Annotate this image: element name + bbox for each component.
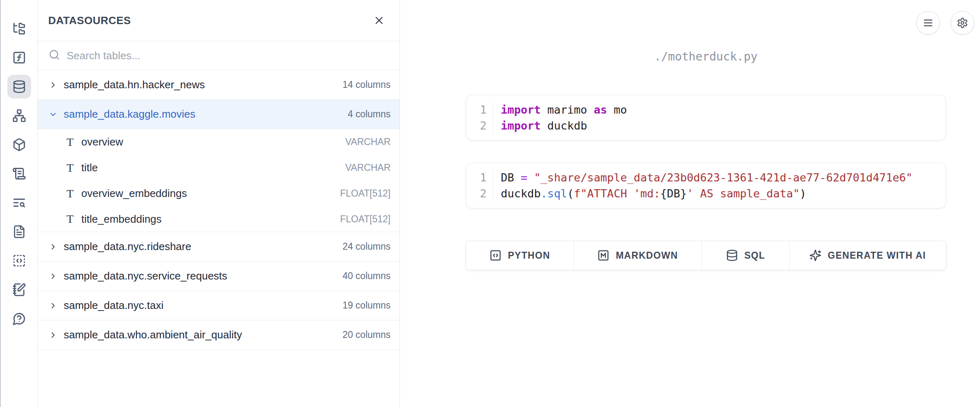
search-icon-wrap <box>49 49 60 62</box>
sidebar-item-help[interactable] <box>7 307 31 331</box>
chevron-right-icon <box>49 242 58 251</box>
column-count: 14 columns <box>342 79 391 90</box>
column-row[interactable]: Toverview_embeddingsFLOAT[512] <box>38 181 400 206</box>
column-count: 24 columns <box>342 241 391 252</box>
sidebar-item-notebook[interactable] <box>7 278 31 302</box>
code-token: "_share/sample_data/23b0d623-1361-421d-a… <box>534 171 913 184</box>
add-cell-button-label: PYTHON <box>508 250 550 261</box>
line-number-gutter: 12 <box>466 102 493 134</box>
code-line: DB = "_share/sample_data/23b0d623-1361-4… <box>501 170 913 186</box>
table-row[interactable]: sample_data.nyc.service_requests40 colum… <box>38 262 400 291</box>
table-name: sample_data.hn.hacker_news <box>64 78 205 91</box>
column-type: FLOAT[512] <box>340 188 391 199</box>
text-search-icon <box>12 196 26 210</box>
code-editor[interactable]: import marimo as moimport duckdb <box>493 102 627 134</box>
square-function-icon <box>12 51 26 65</box>
settings-button[interactable] <box>951 11 974 35</box>
column-type: VARCHAR <box>345 162 391 173</box>
table-row[interactable]: sample_data.hn.hacker_news14 columns <box>38 70 400 100</box>
code-token: f"ATTACH 'md: <box>574 187 660 200</box>
sidebar-item-documentation[interactable] <box>7 191 31 215</box>
marimo-app: DATASOURCES sample_data.hn.hacker_news14… <box>0 0 980 407</box>
code-token <box>527 171 534 184</box>
add-cell-python-button[interactable]: PYTHON <box>466 241 574 270</box>
add-cell-generate-with-ai-button[interactable]: GENERATE WITH AI <box>790 241 946 270</box>
add-cell-sql-button[interactable]: SQL <box>702 241 790 270</box>
sidebar-item-variables[interactable] <box>7 46 31 69</box>
add-cell-button-label: MARKDOWN <box>616 250 678 261</box>
column-count: 4 columns <box>348 109 391 120</box>
code-editor[interactable]: DB = "_share/sample_data/23b0d623-1361-4… <box>493 170 913 201</box>
chevron-right-icon <box>49 272 58 281</box>
code-cell[interactable]: 12import marimo as moimport duckdb <box>466 95 946 141</box>
chevron-right-icon <box>49 331 58 340</box>
code-token: import <box>501 119 541 132</box>
table-name: sample_data.kaggle.movies <box>64 108 195 121</box>
folder-tree-icon <box>12 22 26 36</box>
table-row[interactable]: sample_data.kaggle.movies4 columns <box>38 100 400 129</box>
table-name: sample_data.nyc.taxi <box>64 299 163 312</box>
table-name: sample_data.who.ambient_air_quality <box>64 329 242 341</box>
code-cell[interactable]: 12DB = "_share/sample_data/23b0d623-1361… <box>466 163 946 208</box>
line-number: 1 <box>480 170 487 186</box>
chevron-right-icon <box>49 81 58 89</box>
sidebar-item-packages[interactable] <box>7 133 31 157</box>
add-cell-markdown-button[interactable]: MARKDOWN <box>574 241 702 270</box>
scroll-text-icon <box>12 167 26 181</box>
line-number: 2 <box>480 186 487 201</box>
square-m-icon <box>597 249 609 262</box>
table-row[interactable]: sample_data.nyc.taxi19 columns <box>38 291 400 320</box>
add-cell-button-row: PYTHONMARKDOWNSQLGENERATE WITH AI <box>466 241 946 270</box>
code-token: duckdb <box>501 187 541 200</box>
sparkles-icon <box>809 249 822 262</box>
code-token: ) <box>800 187 806 200</box>
tables-tree: sample_data.hn.hacker_news14 columnssamp… <box>38 70 400 350</box>
close-x-icon <box>373 14 385 27</box>
left-icon-rail <box>0 0 38 407</box>
line-number-gutter: 12 <box>466 170 493 201</box>
code-token: mo <box>607 103 627 116</box>
column-type-text-icon: T <box>67 187 81 200</box>
code-token: {DB} <box>660 187 687 200</box>
code-token: import <box>501 103 541 116</box>
network-icon <box>12 109 26 123</box>
code-line: import marimo as mo <box>501 102 627 118</box>
file-text-icon <box>12 225 26 239</box>
column-type-text-icon: T <box>67 212 81 226</box>
settings-icon <box>957 17 968 29</box>
code-token: marimo <box>541 103 594 116</box>
sidebar-item-datasources[interactable] <box>7 75 31 98</box>
column-row[interactable]: Ttitle_embeddingsFLOAT[512] <box>38 206 400 232</box>
column-name: overview <box>81 136 123 148</box>
close-panel-button[interactable] <box>371 12 387 29</box>
sidebar-item-snippets[interactable] <box>7 220 31 244</box>
sidebar-item-logs[interactable] <box>7 162 31 186</box>
add-cell-button-label: SQL <box>744 250 765 261</box>
table-name: sample_data.nyc.rideshare <box>64 240 191 253</box>
panel-title: DATASOURCES <box>48 14 131 27</box>
code-token: .sql <box>541 187 567 200</box>
add-cell-button-label: GENERATE WITH AI <box>828 250 926 261</box>
column-count: 20 columns <box>342 329 391 340</box>
code-token: ( <box>567 187 574 200</box>
chevron-right-icon <box>49 301 58 310</box>
table-row[interactable]: sample_data.nyc.rideshare24 columns <box>38 232 400 262</box>
sidebar-item-dependency-graph[interactable] <box>7 104 31 127</box>
column-type: FLOAT[512] <box>340 214 391 225</box>
column-row[interactable]: ToverviewVARCHAR <box>38 129 400 155</box>
sidebar-item-file-explorer[interactable] <box>7 17 31 40</box>
search-tables-input[interactable] <box>67 49 391 62</box>
datasources-panel-header: DATASOURCES <box>38 0 400 41</box>
column-row[interactable]: TtitleVARCHAR <box>38 155 400 181</box>
table-row[interactable]: sample_data.who.ambient_air_quality20 co… <box>38 320 400 350</box>
code-line: import duckdb <box>501 118 627 134</box>
code-token: = <box>521 171 527 184</box>
search-icon <box>49 49 60 60</box>
column-name: title <box>81 161 98 174</box>
table-name: sample_data.nyc.service_requests <box>64 270 227 282</box>
column-name: overview_embeddings <box>81 187 187 200</box>
code-token: ' AS sample_data" <box>687 187 799 200</box>
notebook-main-area: ./motherduck.py 12import marimo as moimp… <box>400 0 980 407</box>
sidebar-item-scratchpad[interactable] <box>7 249 31 273</box>
search-tables-row <box>38 41 400 70</box>
